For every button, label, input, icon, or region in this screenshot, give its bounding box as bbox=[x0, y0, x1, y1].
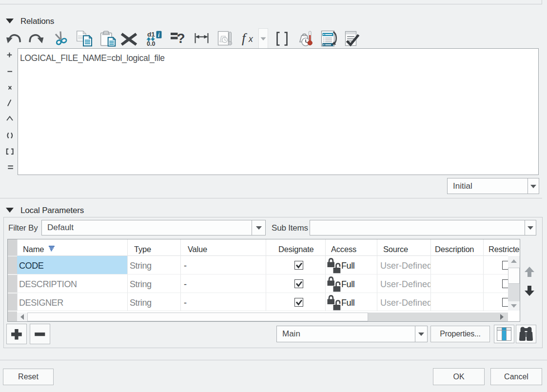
svg-text:f: f bbox=[242, 30, 247, 45]
svg-text:0.0: 0.0 bbox=[147, 40, 155, 47]
svg-text:d1: d1 bbox=[147, 31, 155, 38]
svg-text:x: x bbox=[248, 34, 254, 44]
svg-text:?: ? bbox=[177, 31, 185, 46]
